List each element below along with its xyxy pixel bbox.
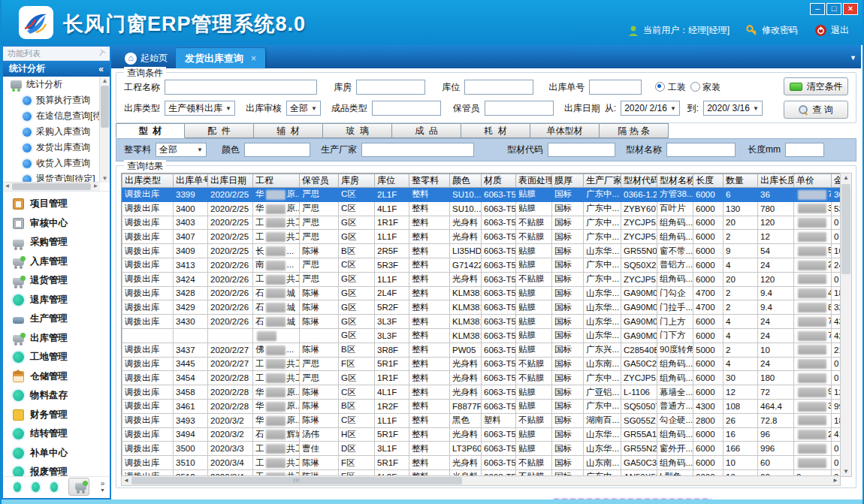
column-header[interactable]: 保管员 [300, 174, 339, 188]
product-type-input[interactable] [372, 101, 441, 116]
color-input[interactable] [244, 143, 310, 157]
date-to-select[interactable]: 2020/ 3/16▼ [703, 101, 763, 116]
sidebar-menu-item-0[interactable]: 项目管理 [3, 195, 110, 214]
tree-root[interactable]: 统计分析 [3, 77, 100, 92]
column-header[interactable]: 单价 [794, 174, 832, 188]
maximize-button[interactable]: □ [826, 3, 841, 15]
sidebar-menu-item-14[interactable]: 报废管理 [3, 463, 110, 476]
table-vertical-scrollbar[interactable]: ▲ ▼ [840, 173, 852, 477]
stats-panel-header[interactable]: 统计分析 « [3, 61, 110, 77]
date-from-select[interactable]: 2020/ 2/16▼ [621, 101, 680, 116]
quick-circle-icon[interactable] [50, 482, 58, 492]
out-type-select[interactable]: 生产领料出库▼ [165, 101, 235, 116]
sidebar-menu-item-10[interactable]: 物料盘存 [3, 386, 110, 406]
tree-item-2[interactable]: 采购入库查询 [3, 124, 100, 140]
scroll-thumb[interactable] [841, 184, 850, 274]
sidebar-menu-item-11[interactable]: 财务管理 [3, 406, 110, 425]
scroll-thumb[interactable]: ΙΙΙ [131, 477, 462, 484]
scroll-thumb[interactable] [12, 183, 91, 190]
table-row[interactable]: 调拨出库34302020/2/26石城陈琳G区3L3F整料KLM38176063… [122, 315, 841, 329]
table-row[interactable]: 调拨出库34002020/2/25华原...严思C区4L1F整料SU10...6… [122, 201, 841, 216]
column-header[interactable]: 型材代码 [621, 174, 657, 188]
scroll-down-icon[interactable]: ▼ [100, 174, 110, 183]
quick-circle-icon[interactable] [14, 482, 21, 492]
table-horizontal-scrollbar[interactable]: ◄ ΙΙΙ ► [121, 475, 841, 486]
pin-icon[interactable]: ⊤ [96, 47, 107, 59]
logout-button[interactable]: 退出 [814, 24, 849, 37]
radio-gongzhuang[interactable] [655, 82, 665, 92]
scroll-left-icon[interactable]: ◄ [3, 183, 11, 190]
column-header[interactable]: 数量 [724, 174, 758, 188]
table-row[interactable]: 调拨出库34452020/2/27工共工程严思F区5R1F整料光身料6063-T… [122, 357, 841, 371]
table-row[interactable]: 调拨出库34282020/2/26石城陈琳G区2L4F整料KLM38176063… [122, 286, 841, 300]
quick-cart-button[interactable] [68, 478, 89, 496]
subtab-3[interactable]: 玻 璃 [323, 123, 392, 138]
change-password-button[interactable]: 修改密码 [746, 24, 798, 37]
tab-list-dropdown-icon[interactable]: ▼ [850, 54, 856, 62]
table-row[interactable]: 调拨出库34092020/2/25长...陈琳B区2R5F整料LI35HD606… [122, 244, 841, 258]
scroll-down-icon[interactable]: ▼ [841, 467, 851, 476]
subtab-2[interactable]: 辅 材 [254, 123, 323, 138]
table-row[interactable]: 调拨出库34582020/2/28华原...陈琳C区4L1F整料光身料6063-… [122, 385, 841, 400]
sidebar-menu-item-2[interactable]: 采购管理 [3, 233, 110, 252]
search-button[interactable]: 查 询 [784, 101, 848, 119]
keeper-input[interactable] [485, 101, 554, 116]
subtab-7[interactable]: 隔 热 条 [600, 123, 669, 138]
sidebar-menu-item-4[interactable]: 退货管理 [3, 271, 110, 291]
minimize-button[interactable]: – [810, 3, 825, 15]
column-header[interactable]: 出库长度 [758, 174, 794, 188]
column-header[interactable]: 材质 [482, 174, 516, 188]
table-row[interactable]: 调拨出库34542020/2/28工共工程严思G区1R1F整料光身料6063-T… [122, 371, 841, 385]
table-row[interactable]: 调拨出库34942020/3/2石辉城汤伟H区5R1F整料光身料6063-T5贴… [122, 427, 841, 442]
quick-circle-icon[interactable] [32, 482, 39, 492]
sidebar-menu-item-5[interactable]: 退库管理 [3, 291, 110, 310]
sidebar-menu-item-9[interactable]: 仓储管理 [3, 367, 110, 387]
scroll-right-icon[interactable]: ► [831, 476, 840, 485]
column-header[interactable]: 工程 [253, 174, 300, 188]
column-header[interactable]: 膜厚 [552, 174, 584, 188]
maker-input[interactable] [361, 143, 474, 157]
column-header[interactable]: 生产厂家 [584, 174, 621, 188]
scroll-right-icon[interactable]: ► [92, 183, 100, 190]
collapse-icon[interactable]: « [98, 64, 104, 74]
location-input[interactable] [464, 80, 533, 95]
tree-item-1[interactable]: 在途信息查询[待 [3, 108, 100, 124]
table-row[interactable]: 调拨出库34072020/2/25工共工程严思G区1L1F整料光身料6063-T… [122, 230, 841, 244]
table-row[interactable]: 调拨出库34932020/3/2华原...陈琳C区1L1F整料黑色塑料不贴膜国标… [122, 413, 841, 427]
sidebar-menu-item-8[interactable]: 工地管理 [3, 348, 110, 367]
sidebar-menu-item-7[interactable]: 出库管理 [3, 329, 110, 349]
more-button[interactable]: »▼ [100, 481, 105, 493]
tab-home[interactable]: ⌂ 起始页 [116, 48, 177, 68]
table-row[interactable]: 调拨出库34292020/2/26石城陈琳G区5R2F整料KLM38176063… [122, 300, 841, 315]
column-header[interactable]: 型材名称 [657, 174, 693, 188]
column-header[interactable]: 颜色 [450, 174, 482, 188]
table-row[interactable]: 调拨出库35002020/3/3工共工程曹佳D区3L1F整料LT3P606063… [122, 442, 841, 456]
table-row[interactable]: 调拨出库34032020/2/25工共工程严思G区1R1F整料光身料6063-T… [122, 216, 841, 230]
tree-item-5[interactable]: 退货查询[待定] [3, 171, 100, 183]
clear-conditions-button[interactable]: 清空条件 [784, 77, 848, 95]
project-name-input[interactable] [165, 80, 317, 95]
table-row[interactable]: 调拨出库33992020/2/25华原...严思C区2L1F整料SU10...6… [122, 188, 841, 202]
column-header[interactable]: 长度 [693, 174, 724, 188]
scroll-left-icon[interactable]: ◄ [122, 476, 131, 485]
column-header[interactable]: 出库日期 [208, 174, 253, 188]
column-header[interactable]: 出库类型 [122, 174, 174, 188]
column-header[interactable]: 整零料 [409, 174, 450, 188]
table-row[interactable]: 调拨出库34372020/2/27佛...陈琳B区3R8F整料PW056063-… [122, 343, 841, 357]
scroll-up-icon[interactable]: ▲ [841, 174, 851, 183]
tree-item-4[interactable]: 收货入库查询 [3, 155, 100, 171]
subtab-1[interactable]: 配 件 [185, 123, 254, 138]
sidebar-menu-item-13[interactable]: 补单中心 [3, 444, 110, 463]
column-header[interactable]: 库房 [339, 174, 375, 188]
name-input[interactable] [666, 143, 736, 157]
tree-item-3[interactable]: 发货出库查询 [3, 140, 100, 155]
scroll-thumb[interactable] [101, 86, 109, 128]
tree-vertical-scrollbar[interactable]: ▲ ▼ [99, 77, 110, 183]
out-no-input[interactable] [589, 80, 642, 95]
column-header[interactable]: 表面处理 [516, 174, 552, 188]
subtab-0[interactable]: 型 材 [116, 123, 185, 138]
tree-item-0[interactable]: 预算执行查询 [3, 92, 100, 108]
tab-close-icon[interactable]: × [251, 53, 256, 64]
close-button[interactable]: × [843, 3, 858, 15]
table-row[interactable]: 调拨出库34242020/2/26工共工程严思G区1L1F整料光身料6063-T… [122, 272, 841, 286]
